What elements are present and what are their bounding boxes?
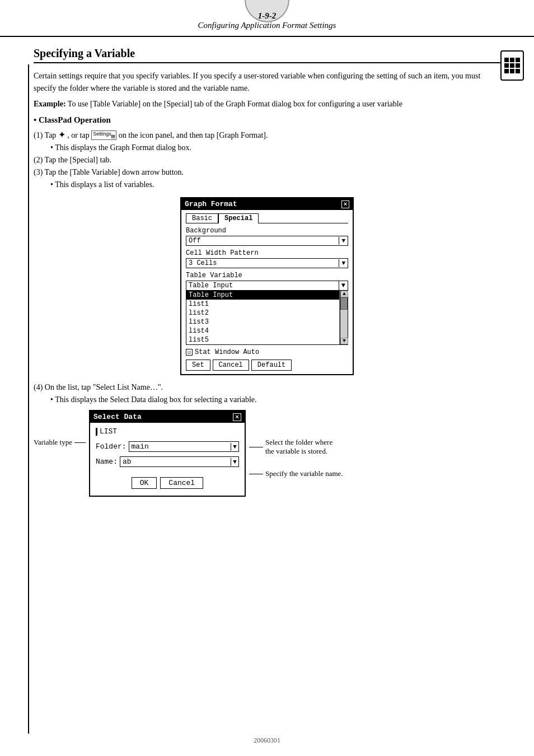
- callout-line-left: [74, 442, 86, 443]
- name-row: Name: ab ▼: [96, 456, 239, 467]
- background-label: Background: [186, 227, 348, 235]
- step-3-text: (3) Tap the [Table Variable] down arrow …: [34, 168, 184, 176]
- close-button[interactable]: ×: [341, 200, 349, 208]
- ok-button[interactable]: OK: [132, 477, 157, 489]
- cell-width-label: Cell Width Pattern: [186, 249, 348, 257]
- cell-width-select[interactable]: 3 Cells ▼: [186, 258, 348, 268]
- list-item-list5[interactable]: list5: [186, 335, 339, 344]
- step-4: (4) On the list, tap "Select List Name…"…: [34, 383, 500, 392]
- select-close-button[interactable]: ×: [233, 413, 241, 421]
- variable-type-row: LIST: [96, 427, 239, 436]
- step-4-subbullet: This displays the Select Data dialog box…: [50, 395, 500, 404]
- dialog-body: Basic Special Background Off ▼ Cell Widt…: [181, 210, 353, 374]
- grid-icon: [504, 58, 520, 73]
- tab-basic[interactable]: Basic: [186, 213, 218, 223]
- step-1: (1) Tap ✦ , or tap Settings⊞ on the icon…: [34, 129, 500, 140]
- set-button[interactable]: Set: [186, 360, 210, 371]
- name-arrow[interactable]: ▼: [231, 458, 238, 466]
- step-4-text: (4) On the list, tap "Select List Name…"…: [34, 383, 163, 391]
- step-4-area: (4) On the list, tap "Select List Name…"…: [34, 383, 500, 497]
- page-header: 1-9-2 Configuring Application Format Set…: [0, 0, 534, 37]
- scroll-thumb: [340, 297, 348, 310]
- subsection-heading: • ClassPad Operation: [34, 115, 500, 125]
- table-variable-dropdown[interactable]: Table Input ▼ Table Input list1 list2 li…: [186, 281, 348, 345]
- stat-window-row: ☑ Stat Window Auto: [186, 348, 348, 356]
- background-select[interactable]: Off ▼: [186, 236, 348, 246]
- step-2-text: (2) Tap the [Special] tab.: [34, 156, 111, 164]
- settings-icon: Settings⊞: [91, 130, 116, 141]
- app-icon: [500, 50, 524, 81]
- select-data-title: Select Data: [93, 413, 142, 421]
- dialog-title: Graph Format: [185, 200, 237, 208]
- scroll-track: [340, 297, 348, 338]
- type-value: LIST: [100, 427, 117, 436]
- step-3-subbullet: This displays a list of variables.: [50, 180, 500, 189]
- list-item-table-input-selected[interactable]: Table Input: [186, 291, 339, 300]
- step-3: (3) Tap the [Table Variable] down arrow …: [34, 168, 500, 177]
- select-data-titlebar: Select Data ×: [90, 411, 245, 423]
- items-list: Table Input list1 list2 list3 list4 list…: [186, 291, 340, 344]
- wrench-icon: ✦: [58, 130, 65, 139]
- step-1-mid: , or tap: [67, 131, 91, 139]
- callout-line-folder: [249, 447, 263, 447]
- dropdown-arrow[interactable]: ▼: [339, 281, 348, 290]
- background-value: Off: [186, 236, 339, 245]
- step-1-subbullet: This displays the Graph Format dialog bo…: [50, 143, 500, 152]
- dialog-tabs: Basic Special: [186, 213, 348, 223]
- example-label: Example:: [34, 100, 66, 108]
- folder-label: Folder:: [96, 442, 127, 451]
- step-2: (2) Tap the [Special] tab.: [34, 156, 500, 165]
- page-subtitle: Configuring Application Format Settings: [34, 21, 500, 30]
- name-input[interactable]: ab ▼: [120, 456, 239, 467]
- dialog-buttons: Set Cancel Default: [186, 360, 348, 371]
- list-item-list1[interactable]: list1: [186, 300, 339, 309]
- dropdown-current-value: Table Input: [186, 281, 339, 290]
- page-footer: 20060301: [0, 736, 534, 745]
- background-arrow[interactable]: ▼: [339, 237, 348, 245]
- dialog-titlebar: Graph Format ×: [181, 198, 353, 210]
- callout-name-row: Specify the variable name.: [249, 469, 343, 478]
- section-title: Specifying a Variable: [34, 47, 500, 63]
- name-label: Name:: [96, 458, 118, 466]
- list-item-list2[interactable]: list2: [186, 309, 339, 318]
- folder-input[interactable]: main ▼: [129, 441, 239, 452]
- step-1-end: on the icon panel, and then tap [Graph F…: [119, 131, 268, 139]
- cell-width-arrow[interactable]: ▼: [339, 259, 348, 267]
- left-border: [28, 64, 29, 734]
- callout-name-text: Specify the variable name.: [265, 469, 343, 478]
- dropdown-header: Table Input ▼: [186, 281, 348, 291]
- variable-type-label-row: Variable type: [34, 438, 86, 447]
- scroll-up[interactable]: ▲: [340, 291, 348, 297]
- default-button[interactable]: Default: [251, 360, 292, 371]
- select-data-section: Variable type Select Data × LIST: [34, 410, 500, 497]
- callout-folder-line2: the variable is stored.: [265, 447, 332, 456]
- page-number: 1-9-2: [34, 11, 500, 21]
- select-cancel-button[interactable]: Cancel: [160, 477, 203, 489]
- list-item-list3[interactable]: list3: [186, 318, 339, 326]
- callout-folder-line1: Select the folder where: [265, 438, 332, 447]
- folder-value: main: [129, 442, 231, 451]
- cancel-button[interactable]: Cancel: [213, 360, 249, 371]
- folder-arrow[interactable]: ▼: [231, 443, 238, 451]
- left-labels: Variable type: [34, 410, 86, 447]
- graph-format-dialog: Graph Format × Basic Special Background …: [180, 197, 354, 375]
- example-text: To use [Table Variable] on the [Special]…: [68, 100, 402, 108]
- tab-special[interactable]: Special: [218, 213, 259, 223]
- stat-window-checkbox[interactable]: ☑: [186, 349, 193, 356]
- stat-window-label: Stat Window Auto: [195, 348, 259, 356]
- scroll-down[interactable]: ▼: [340, 338, 348, 344]
- cell-width-value: 3 Cells: [186, 259, 339, 268]
- select-data-dialog: Select Data × LIST Folder: main ▼: [89, 410, 246, 497]
- example-block: Example: To use [Table Variable] on the …: [34, 100, 500, 109]
- graph-format-dialog-container: Graph Format × Basic Special Background …: [34, 197, 500, 375]
- folder-row: Folder: main ▼: [96, 441, 239, 452]
- footer-text: 20060301: [254, 736, 280, 744]
- type-bar: [96, 428, 97, 436]
- step-1-num: (1) Tap: [34, 131, 58, 139]
- scrollbar: ▲ ▼: [340, 291, 348, 344]
- body-text: Certain settings require that you specif…: [34, 70, 500, 94]
- tab-spacer: [259, 213, 348, 223]
- variable-type-label: Variable type: [34, 438, 72, 447]
- dropdown-items: Table Input list1 list2 list3 list4 list…: [186, 291, 348, 344]
- list-item-list4[interactable]: list4: [186, 326, 339, 335]
